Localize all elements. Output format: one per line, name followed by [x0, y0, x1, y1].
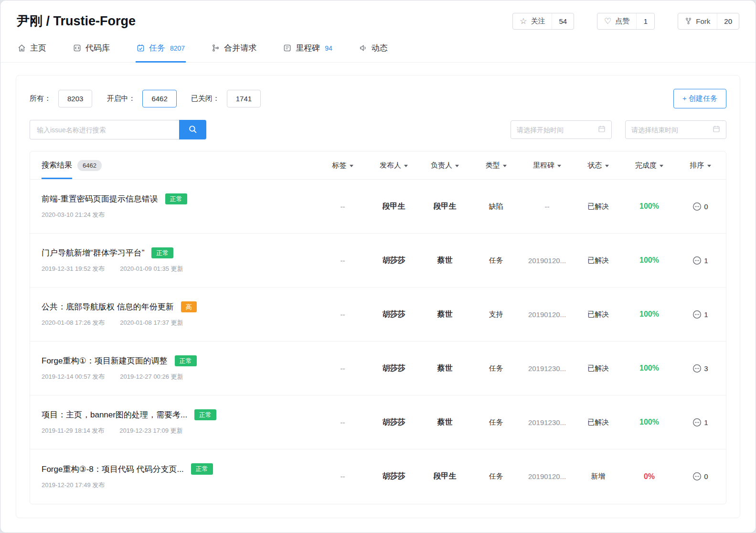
- tab-pull-requests[interactable]: 合并请求: [211, 35, 257, 62]
- comments-cell[interactable]: 1: [675, 418, 726, 427]
- milestone-cell: 20191230...: [522, 364, 573, 373]
- tag-cell: --: [317, 472, 368, 480]
- comments-cell[interactable]: 3: [675, 364, 726, 373]
- comment-count: 0: [704, 203, 708, 211]
- create-issue-button[interactable]: + 创建任务: [673, 89, 726, 108]
- progress-cell: 0%: [624, 472, 675, 481]
- filter-closed-count[interactable]: 1741: [227, 90, 261, 107]
- watch-count[interactable]: 54: [552, 13, 574, 29]
- task-icon: [137, 44, 145, 52]
- task-row: 门户导航新增“群体学习平台” 正常 2019-12-31 19:52 发布 20…: [30, 234, 726, 288]
- milestone-cell: 20191230...: [522, 418, 573, 426]
- task-title-link[interactable]: 项目：主页，banner图的处理，需要考...: [42, 409, 187, 420]
- status-cell: 已解决: [573, 256, 624, 265]
- comment-count: 1: [704, 256, 708, 265]
- publisher-cell[interactable]: 胡莎莎: [368, 471, 419, 481]
- comments-cell[interactable]: 1: [675, 256, 726, 265]
- praise-button[interactable]: ♡ 点赞 1: [597, 13, 655, 30]
- page-title: 尹刚 / Trustie-Forge: [17, 12, 136, 30]
- start-date-input[interactable]: [517, 126, 594, 134]
- filter-all-count[interactable]: 8203: [58, 90, 92, 107]
- watch-label: 关注: [531, 17, 545, 26]
- tab-activity[interactable]: 动态: [358, 35, 389, 62]
- search-button[interactable]: [179, 120, 206, 139]
- assignee-cell[interactable]: 蔡世: [419, 417, 470, 427]
- tab-milestones[interactable]: 里程碑 94: [282, 35, 333, 62]
- priority-badge: 高: [181, 301, 197, 313]
- results-header: 搜索结果 6462 标签 发布人 负责人: [30, 151, 726, 180]
- publisher-cell[interactable]: 胡莎莎: [368, 417, 419, 427]
- assignee-cell[interactable]: 蔡世: [419, 256, 470, 266]
- comments-cell[interactable]: 0: [675, 472, 726, 481]
- fork-button[interactable]: Fork 20: [678, 13, 739, 30]
- activity-icon: [359, 44, 367, 52]
- column-header-status[interactable]: 状态: [573, 161, 624, 170]
- publisher-cell[interactable]: 胡莎莎: [368, 363, 419, 373]
- updated-date: 2019-12-23 17:09 更新: [119, 426, 182, 435]
- praise-count[interactable]: 1: [636, 13, 654, 29]
- assignee-cell[interactable]: 段甲生: [419, 471, 470, 481]
- tab-issues-count: 8207: [170, 44, 185, 52]
- published-date: 2019-12-14 00:57 发布: [42, 373, 105, 381]
- comments-cell[interactable]: 0: [675, 202, 726, 211]
- repo-nav: 主页 代码库 任务 8207: [0, 35, 756, 63]
- assignee-cell[interactable]: 段甲生: [419, 202, 470, 212]
- caret-down-icon: [350, 165, 353, 167]
- published-date: 2019-12-20 17:49 发布: [42, 481, 105, 490]
- published-date: 2019-12-31 19:52 发布: [42, 265, 105, 273]
- task-title-link[interactable]: 前端-重置密码页面提示信息错误: [42, 193, 158, 204]
- task-row: 公共：底部导航版权 信息的年份更新 高 2020-01-08 17:26 发布 …: [30, 288, 726, 341]
- task-title-link[interactable]: Forge重构③-8：项目代码 代码分支页...: [42, 464, 184, 475]
- assignee-cell[interactable]: 蔡世: [419, 309, 470, 320]
- column-header-sort[interactable]: 排序: [675, 161, 726, 170]
- comment-count: 3: [704, 364, 708, 373]
- fork-count[interactable]: 20: [717, 13, 739, 29]
- tab-home[interactable]: 主页: [17, 35, 47, 62]
- milestone-cell: 20190120...: [522, 310, 573, 319]
- column-header-type[interactable]: 类型: [470, 161, 522, 170]
- tab-home-label: 主页: [30, 43, 46, 53]
- tab-milestones-label: 里程碑: [296, 43, 320, 53]
- watch-button[interactable]: ☆ 关注 54: [512, 13, 574, 30]
- comments-cell[interactable]: 1: [675, 310, 726, 319]
- results-count-badge: 6462: [77, 160, 102, 171]
- type-cell: 缺陷: [470, 202, 522, 211]
- search-input[interactable]: [30, 120, 179, 139]
- column-label: 标签: [332, 161, 347, 170]
- column-label: 状态: [588, 161, 602, 170]
- column-header-assignee[interactable]: 负责人: [419, 161, 470, 170]
- publisher-cell[interactable]: 段甲生: [368, 202, 419, 212]
- tab-repository-label: 代码库: [85, 43, 110, 53]
- fork-icon: [685, 17, 692, 25]
- repo-actions: ☆ 关注 54 ♡ 点赞 1: [512, 13, 739, 30]
- caret-down-icon: [557, 165, 561, 167]
- results-tab[interactable]: 搜索结果 6462: [30, 151, 102, 179]
- column-header-milestone[interactable]: 里程碑: [522, 161, 573, 170]
- publisher-cell[interactable]: 胡莎莎: [368, 256, 419, 266]
- task-title-link[interactable]: 门户导航新增“群体学习平台”: [42, 247, 144, 258]
- tag-cell: --: [317, 256, 368, 265]
- publisher-cell[interactable]: 胡莎莎: [368, 309, 419, 320]
- status-cell: 新增: [573, 472, 624, 481]
- end-date-picker[interactable]: [625, 120, 726, 139]
- column-header-progress[interactable]: 完成度: [624, 161, 675, 170]
- tab-pull-requests-label: 合并请求: [224, 43, 256, 53]
- results-title: 搜索结果: [42, 160, 72, 171]
- column-header-publisher[interactable]: 发布人: [368, 161, 419, 170]
- calendar-icon: [713, 125, 720, 135]
- tab-issues[interactable]: 任务 8207: [136, 35, 186, 62]
- progress-cell: 100%: [624, 310, 675, 319]
- task-title-link[interactable]: Forge重构①：项目新建页面的调整: [42, 355, 168, 366]
- status-cell: 已解决: [573, 364, 624, 373]
- column-header-tag[interactable]: 标签: [317, 161, 368, 170]
- filter-open-count[interactable]: 6462: [142, 90, 176, 107]
- updated-date: 2020-01-08 17:37 更新: [120, 319, 183, 327]
- merge-icon: [212, 44, 220, 52]
- end-date-input[interactable]: [631, 126, 709, 134]
- start-date-picker[interactable]: [511, 120, 612, 139]
- task-title-link[interactable]: 公共：底部导航版权 信息的年份更新: [42, 301, 174, 312]
- tab-repository[interactable]: 代码库: [72, 35, 111, 62]
- tag-cell: --: [317, 418, 368, 426]
- assignee-cell[interactable]: 蔡世: [419, 363, 470, 373]
- published-date: 2020-03-10 21:24 发布: [42, 211, 105, 219]
